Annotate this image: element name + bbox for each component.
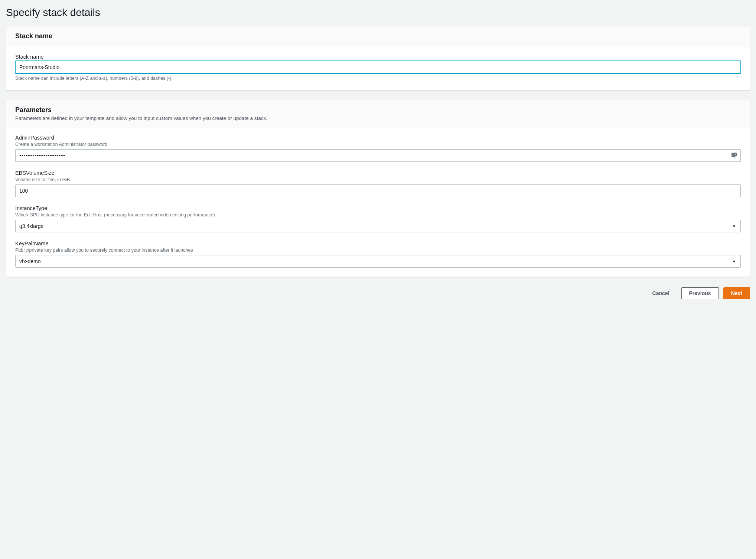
ebs-volume-size-desc: Volume size for the, in GiB bbox=[15, 177, 741, 182]
instance-type-field-group: InstanceType Which GPU instance type for… bbox=[15, 205, 741, 232]
admin-password-input[interactable] bbox=[15, 149, 741, 162]
admin-password-field-group: AdminPassword Create a workstation Admin… bbox=[15, 135, 741, 162]
parameters-section-title: Parameters bbox=[15, 106, 741, 114]
key-pair-name-field-group: KeyPairName Public/private key pairs all… bbox=[15, 241, 741, 268]
stack-name-panel-header: Stack name bbox=[6, 26, 750, 47]
ebs-volume-size-field-group: EBSVolumeSize Volume size for the, in Gi… bbox=[15, 170, 741, 197]
key-pair-name-select-value: vfx-demo bbox=[16, 256, 728, 267]
admin-password-desc: Create a workstation Administrator passw… bbox=[15, 142, 741, 147]
stack-name-section-title: Stack name bbox=[15, 32, 741, 40]
wizard-button-row: Cancel Previous Next bbox=[6, 286, 750, 299]
stack-name-input[interactable] bbox=[15, 61, 741, 73]
chevron-down-icon: ▼ bbox=[728, 224, 740, 228]
stack-name-panel: Stack name Stack name Stack name can inc… bbox=[6, 25, 750, 90]
stack-name-hint: Stack name can include letters (A-Z and … bbox=[15, 76, 741, 81]
next-button[interactable]: Next bbox=[723, 287, 750, 299]
previous-button[interactable]: Previous bbox=[681, 287, 719, 299]
instance-type-label: InstanceType bbox=[15, 205, 741, 211]
stack-name-label: Stack name bbox=[15, 54, 741, 60]
chevron-down-icon: ▼ bbox=[728, 259, 740, 264]
key-pair-name-select[interactable]: vfx-demo ▼ bbox=[15, 255, 741, 268]
parameters-panel: Parameters Parameters are defined in you… bbox=[6, 99, 750, 277]
instance-type-desc: Which GPU instance type for the Edit Hos… bbox=[15, 212, 741, 218]
page-title: Specify stack details bbox=[6, 4, 750, 25]
instance-type-select-value: g3.4xlarge bbox=[16, 221, 728, 231]
admin-password-label: AdminPassword bbox=[15, 135, 741, 141]
parameters-panel-body: AdminPassword Create a workstation Admin… bbox=[6, 128, 750, 277]
instance-type-select[interactable]: g3.4xlarge ▼ bbox=[15, 220, 741, 232]
stack-name-panel-body: Stack name Stack name can include letter… bbox=[6, 47, 750, 90]
key-pair-name-label: KeyPairName bbox=[15, 241, 741, 246]
ebs-volume-size-input[interactable] bbox=[15, 184, 741, 197]
stack-name-field-group: Stack name Stack name can include letter… bbox=[15, 54, 741, 81]
parameters-section-subtitle: Parameters are defined in your template … bbox=[15, 115, 741, 121]
parameters-panel-header: Parameters Parameters are defined in you… bbox=[6, 99, 750, 128]
ebs-volume-size-label: EBSVolumeSize bbox=[15, 170, 741, 176]
cancel-button[interactable]: Cancel bbox=[645, 288, 677, 299]
key-pair-name-desc: Public/private key pairs allow you to se… bbox=[15, 248, 741, 253]
